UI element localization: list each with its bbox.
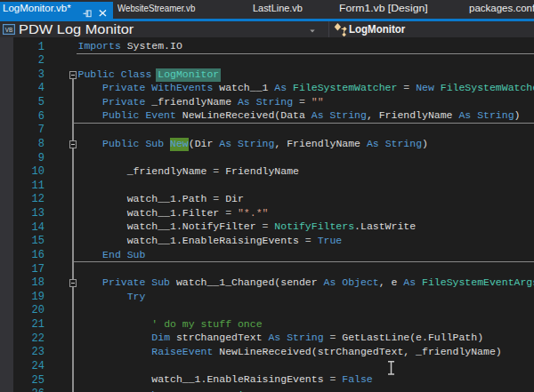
svg-text:VB: VB [5,27,13,33]
